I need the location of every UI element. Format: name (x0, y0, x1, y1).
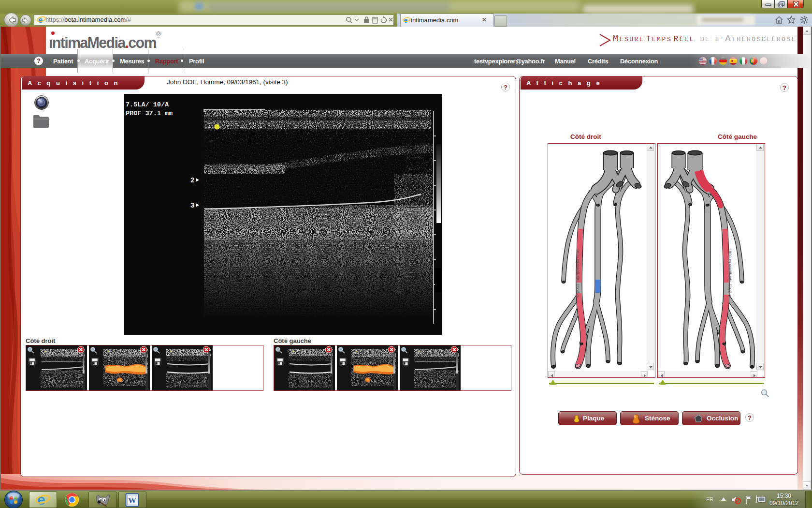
svg-text:PROF 37.1 mm: PROF 37.1 mm (126, 110, 173, 117)
svg-text:2: 2 (190, 177, 194, 184)
svg-text:3: 3 (190, 202, 194, 209)
svg-text:W: W (128, 496, 136, 505)
svg-text:e: e (37, 492, 45, 508)
svg-text:© 2011 IntimaMedia.com: © 2011 IntimaMedia.com (727, 249, 732, 298)
svg-text:© 2011 IntimaMedia.com: © 2011 IntimaMedia.com (575, 249, 580, 298)
svg-text:7.5LA/ 10/A: 7.5LA/ 10/A (126, 101, 169, 108)
